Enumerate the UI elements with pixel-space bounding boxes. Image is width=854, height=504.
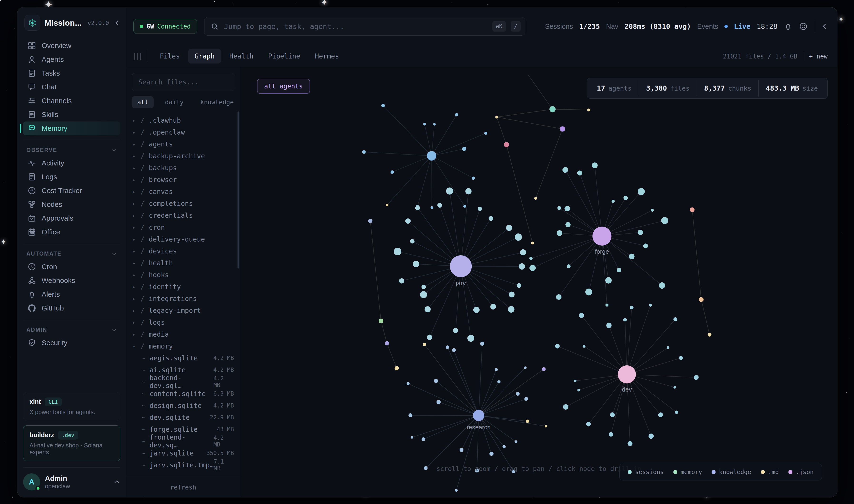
sidebar-item-alerts[interactable]: Alerts (23, 287, 120, 301)
graph-node-research-sat[interactable] (475, 469, 479, 473)
graph-node-forge-sat[interactable] (529, 257, 532, 260)
graph-node-clusterA-sat[interactable] (431, 206, 433, 209)
tree-folder-memory[interactable]: ▾/memory (126, 340, 240, 352)
graph-node-yellow[interactable] (395, 366, 399, 371)
graph-hub-clusterA[interactable] (427, 151, 436, 160)
promo-card-builderz[interactable]: builderz .dev AI-native dev shop · Solan… (23, 425, 120, 461)
graph-node-bluegray[interactable] (368, 219, 373, 223)
graph-hub-dev[interactable] (618, 365, 636, 383)
graph-node-research-sat[interactable] (495, 368, 498, 371)
refresh-button[interactable]: refresh (126, 477, 240, 497)
graph-node-dev-sat[interactable] (586, 422, 591, 426)
graph-node-forge-sat[interactable] (638, 188, 645, 195)
tree-folder-canvas[interactable]: ▸/canvas (126, 186, 240, 198)
new-file-button[interactable]: + new (809, 53, 828, 60)
sidebar-item-overview[interactable]: Overview (23, 39, 120, 53)
sidebar-item-channels[interactable]: Channels (23, 94, 120, 108)
graph-node-research-sat[interactable] (408, 413, 412, 417)
graph-node-creamleft[interactable] (423, 343, 426, 346)
search-input[interactable] (223, 22, 488, 31)
graph-node-forge-sat[interactable] (592, 162, 598, 168)
graph-node-green[interactable] (379, 319, 383, 323)
graph-node-creambr[interactable] (708, 333, 711, 337)
graph-node-tealtop[interactable] (549, 106, 556, 112)
tree-folder-identity[interactable]: ▸/identity (126, 281, 240, 293)
graph-node-creammid2[interactable] (534, 197, 537, 200)
tree-folder-clawhub[interactable]: ▸/.clawhub (126, 114, 240, 126)
graph-node-jarv-sat[interactable] (490, 304, 496, 309)
graph-node-dev-sat[interactable] (649, 434, 654, 439)
graph-node-jarv-sat[interactable] (519, 263, 525, 269)
graph-node-research-sat[interactable] (437, 400, 441, 404)
chevron-up-icon[interactable] (113, 478, 120, 485)
graph-node-forge-sat[interactable] (651, 209, 654, 212)
graph-node-dev-sat[interactable] (673, 317, 677, 321)
tree-folder-integrations[interactable]: ▸/integrations (126, 293, 240, 305)
tree-folder-hooks[interactable]: ▸/hooks (126, 269, 240, 281)
graph-node-research-sat[interactable] (512, 470, 515, 473)
tree-file-aegis.sqlite[interactable]: ~aegis.sqlite4.2 MB (126, 352, 240, 364)
graph-node-dev-sat[interactable] (583, 345, 586, 347)
graph-node-forge-sat[interactable] (564, 206, 570, 211)
graph-node-jarv-sat[interactable] (506, 225, 512, 231)
tree-file-frontend-dev.sq[interactable]: ~frontend-dev.sq…4.2 MB (126, 435, 240, 447)
graph-node-research-sat[interactable] (524, 366, 527, 369)
tab-health[interactable]: Health (223, 49, 260, 64)
file-search[interactable] (132, 73, 234, 91)
graph-node-jarv-sat[interactable] (489, 216, 493, 221)
graph-node-forge-sat[interactable] (577, 170, 582, 176)
graph-node-forge-sat[interactable] (567, 264, 570, 268)
graph-node-jarv-sat[interactable] (515, 233, 522, 240)
sidebar-item-skills[interactable]: Skills (23, 108, 120, 122)
filter-all[interactable]: all (132, 96, 153, 108)
graph-node-clusterA-sat[interactable] (386, 203, 388, 206)
global-search[interactable]: ⌘K / (204, 17, 525, 36)
tree-folder-legacy-import[interactable]: ▸/legacy-import (126, 305, 240, 317)
graph-node-dev-sat[interactable] (606, 323, 612, 328)
graph-node-jarv-sat[interactable] (517, 283, 521, 288)
graph-node-clusterA-sat[interactable] (484, 132, 487, 135)
sidebar-item-cost-tracker[interactable]: Cost Tracker (23, 184, 120, 198)
graph-node-clusterA-sat[interactable] (390, 170, 394, 174)
graph-node-research-sat[interactable] (526, 420, 529, 423)
graph-node-purple[interactable] (560, 126, 565, 132)
sidebar-item-cron[interactable]: Cron (23, 260, 120, 274)
section-header-admin[interactable]: ADMIN (23, 323, 120, 336)
graph-node-creamright[interactable] (587, 109, 590, 111)
graph-node-jarv-sat[interactable] (453, 328, 458, 333)
agent-network-graph[interactable]: jarvforgedevresearch (240, 67, 837, 497)
graph-node-research-sat[interactable] (455, 489, 458, 492)
graph-node-research-sat[interactable] (516, 392, 520, 396)
graph-node-dev-sat[interactable] (675, 411, 678, 414)
sidebar-item-memory[interactable]: Memory (23, 122, 120, 135)
graph-node-dev-sat[interactable] (679, 356, 683, 360)
graph-node-dev-sat[interactable] (667, 346, 670, 349)
graph-node-research-sat[interactable] (502, 445, 506, 448)
tree-folder-backup-archive[interactable]: ▸/backup-archive (126, 150, 240, 162)
sidebar-item-chat[interactable]: Chat (23, 80, 120, 94)
tree-folder-delivery-queue[interactable]: ▸/delivery-queue (126, 233, 240, 245)
graph-node-forge-sat[interactable] (629, 254, 635, 259)
graph-node-dev-sat[interactable] (630, 306, 633, 309)
all-agents-chip[interactable]: all agents (257, 79, 310, 94)
graph-node-purple2[interactable] (542, 367, 546, 371)
graph-node-orange[interactable] (699, 297, 704, 302)
sidebar-item-security[interactable]: Security (23, 336, 120, 350)
graph-node-jarv-sat[interactable] (446, 187, 453, 195)
graph-node-creammid[interactable] (531, 241, 534, 245)
section-header-observe[interactable]: OBSERVE (23, 144, 120, 156)
graph-node-forge-sat[interactable] (563, 167, 568, 173)
graph-node-pink[interactable] (504, 142, 509, 147)
graph-node-research-sat[interactable] (424, 466, 428, 470)
graph-node-jarv-sat[interactable] (473, 307, 479, 313)
panel-collapse-icon[interactable] (820, 22, 829, 31)
notifications-bell-icon[interactable] (784, 22, 793, 31)
graph-node-clusterA-sat[interactable] (381, 104, 385, 107)
graph-node-jarv-sat[interactable] (508, 306, 514, 312)
graph-node-clusterA-sat[interactable] (455, 113, 458, 116)
graph-node-forge-sat[interactable] (643, 244, 648, 248)
graph-node-forge-sat[interactable] (556, 294, 562, 300)
graph-node-research-sat[interactable] (497, 380, 501, 383)
tree-folder-credentials[interactable]: ▸/credentials (126, 210, 240, 221)
sidebar-item-activity[interactable]: Activity (23, 156, 120, 170)
